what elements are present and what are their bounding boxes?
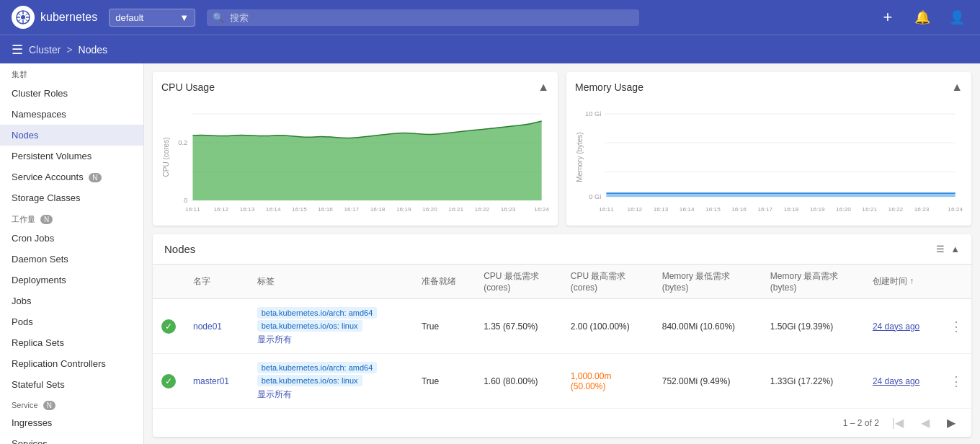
notifications-button[interactable]: 🔔: [911, 6, 934, 29]
memory-chart-container: Memory (bytes) 10 Gi 0 Gi 16:11 16:12: [575, 99, 963, 217]
node01-age-link[interactable]: 24 days ago: [873, 321, 919, 332]
table-row: ✓ node01 beta.kubernetes.io/arch: amd64 …: [153, 299, 971, 354]
top-navigation: kubernetes default ▼ 🔍 + 🔔 👤: [0, 0, 980, 35]
col-mem-min: Memory 最低需求(bytes): [654, 265, 762, 299]
user-icon: 👤: [949, 9, 965, 25]
cpu-chart-container: CPU (cores) 0.2 0 16:11: [161, 99, 549, 217]
memory-chart-svg: Memory (bytes) 10 Gi 0 Gi 16:11 16:12: [575, 99, 963, 215]
namespace-selector[interactable]: default ▼: [109, 9, 195, 27]
master01-mem-max: 1.33Gi (17.22%): [762, 354, 864, 409]
node01-show-all-link[interactable]: 显示所有: [257, 334, 404, 346]
sidebar-section-service: Service N: [0, 395, 143, 412]
sidebar-item-replication-controllers[interactable]: Replication Controllers: [0, 353, 143, 374]
svg-text:16:16: 16:16: [731, 206, 747, 213]
svg-text:16:12: 16:12: [213, 206, 228, 213]
sidebar-item-ingresses[interactable]: Ingresses: [0, 412, 143, 433]
sidebar-item-services[interactable]: Services: [0, 433, 143, 444]
logo: kubernetes: [12, 6, 97, 29]
sidebar-item-pods[interactable]: Pods: [0, 311, 143, 332]
col-actions: [941, 265, 971, 299]
master01-age-link[interactable]: 24 days ago: [873, 376, 919, 386]
master01-mem-min: 752.00Mi (9.49%): [654, 354, 762, 409]
pagination-first-button[interactable]: |◀: [888, 414, 908, 431]
node01-tag-arch: beta.kubernetes.io/arch: amd64: [257, 307, 378, 319]
master01-age: 24 days ago: [864, 354, 941, 409]
more-icon[interactable]: ⋮: [950, 374, 963, 388]
sidebar-item-service-accounts[interactable]: Service Accounts N: [0, 166, 143, 187]
cpu-chart-collapse-button[interactable]: ▲: [538, 81, 549, 94]
pagination-next-button[interactable]: ▶: [943, 414, 960, 431]
sidebar-item-stateful-sets[interactable]: Stateful Sets: [0, 374, 143, 395]
table-actions: ☰ ▲: [936, 244, 960, 254]
row-status-node01: ✓: [153, 299, 184, 354]
search-input[interactable]: [230, 12, 633, 23]
node01-link[interactable]: node01: [193, 321, 222, 332]
row-status-master01: ✓: [153, 354, 184, 409]
cpu-chart-title: CPU Usage: [161, 81, 215, 93]
svg-text:16:12: 16:12: [627, 206, 642, 213]
more-icon[interactable]: ⋮: [950, 319, 963, 334]
col-ready: 准备就绪: [413, 265, 475, 299]
svg-text:Memory (bytes): Memory (bytes): [576, 132, 584, 182]
sidebar-item-jobs[interactable]: Jobs: [0, 290, 143, 311]
sidebar-item-replica-sets[interactable]: Replica Sets: [0, 332, 143, 353]
sidebar-item-nodes[interactable]: Nodes: [0, 125, 143, 146]
breadcrumb-separator: >: [66, 44, 72, 56]
master01-cpu-max: 1,000.00m(50.00%): [562, 354, 654, 409]
svg-text:16:18: 16:18: [784, 206, 799, 213]
user-button[interactable]: 👤: [945, 6, 968, 29]
charts-row: CPU Usage ▲ CPU (cores) 0.2 0: [153, 72, 971, 226]
sidebar-item-namespaces[interactable]: Namespaces: [0, 104, 143, 125]
memory-chart-title: Memory Usage: [575, 81, 643, 93]
svg-text:16:13: 16:13: [654, 206, 669, 213]
node01-more[interactable]: ⋮: [941, 299, 971, 354]
svg-text:16:11: 16:11: [185, 206, 200, 213]
memory-chart-card: Memory Usage ▲ Memory (bytes) 10 Gi 0 Gi: [566, 72, 971, 226]
svg-text:16:20: 16:20: [836, 206, 851, 213]
svg-text:16:15: 16:15: [292, 206, 307, 213]
col-mem-max: Memory 最高需求(bytes): [762, 265, 864, 299]
master01-show-all-link[interactable]: 显示所有: [257, 388, 404, 401]
memory-chart-collapse-button[interactable]: ▲: [951, 81, 963, 94]
svg-text:16:21: 16:21: [448, 206, 463, 213]
bell-icon: 🔔: [914, 9, 930, 25]
main-layout: 集群 Cluster Roles Namespaces Nodes Persis…: [0, 63, 980, 444]
svg-text:CPU (cores): CPU (cores): [162, 138, 170, 177]
node01-cpu-min: 1.35 (67.50%): [475, 299, 562, 354]
add-icon: +: [883, 8, 893, 27]
sidebar-item-daemon-sets[interactable]: Daemon Sets: [0, 249, 143, 270]
sidebar-item-storage-classes[interactable]: Storage Classes: [0, 187, 143, 208]
svg-line-9: [18, 19, 21, 22]
service-badge: N: [43, 401, 55, 410]
svg-text:10 Gi: 10 Gi: [585, 110, 601, 117]
master01-link[interactable]: master01: [193, 376, 229, 386]
svg-text:16:22: 16:22: [888, 206, 904, 213]
master01-tag-os: beta.kubernetes.io/os: linux: [257, 375, 362, 386]
svg-text:16:23: 16:23: [501, 206, 516, 213]
col-age[interactable]: 创建时间: [864, 265, 941, 299]
breadcrumb-parent[interactable]: Cluster: [29, 44, 61, 56]
service-accounts-badge: N: [89, 173, 101, 182]
sidebar-item-cluster-roles[interactable]: Cluster Roles: [0, 83, 143, 104]
col-cpu-min: CPU 最低需求(cores): [475, 265, 562, 299]
filter-icon[interactable]: ☰: [936, 244, 945, 254]
master01-more[interactable]: ⋮: [941, 354, 971, 409]
nodes-table-header: Nodes ☰ ▲: [153, 234, 971, 265]
svg-text:16:17: 16:17: [757, 206, 772, 213]
pagination-prev-button[interactable]: ◀: [917, 414, 934, 431]
node01-mem-max: 1.50Gi (19.39%): [762, 299, 864, 354]
sidebar-item-deployments[interactable]: Deployments: [0, 270, 143, 290]
sidebar-item-persistent-volumes[interactable]: Persistent Volumes: [0, 146, 143, 166]
sidebar-item-cron-jobs[interactable]: Cron Jobs: [0, 228, 143, 249]
menu-icon[interactable]: ☰: [12, 42, 23, 58]
table-collapse-button[interactable]: ▲: [950, 244, 960, 254]
sidebar: 集群 Cluster Roles Namespaces Nodes Persis…: [0, 63, 144, 444]
svg-point-1: [21, 15, 25, 19]
add-button[interactable]: +: [876, 6, 899, 29]
master01-name: master01: [184, 354, 249, 409]
master01-ready: True: [413, 354, 475, 409]
sidebar-section-cluster: 集群: [0, 63, 143, 83]
col-name[interactable]: 名字: [184, 265, 249, 299]
svg-text:16:20: 16:20: [422, 206, 437, 213]
nodes-table: 名字 标签 准备就绪 CPU 最低需求(cores) CPU 最高需求(core…: [153, 265, 971, 409]
